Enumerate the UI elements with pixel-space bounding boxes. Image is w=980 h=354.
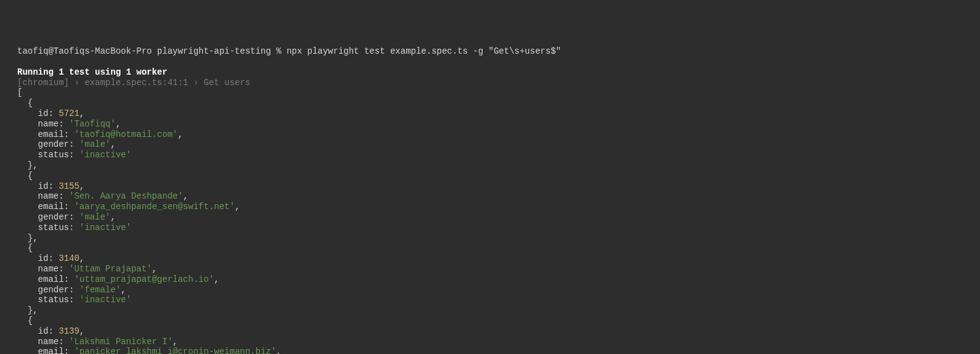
user-object: { id: 5721, name: 'Taofiqq', email: 'tao… [17,98,183,170]
user-object: { id: 3139, name: 'Lakshmi Panicker I', … [17,316,282,354]
prompt-user: taofiq@Taofiqs-MacBook-Pro [17,46,152,56]
user-id: 3155 [59,181,80,191]
user-gender: 'male' [80,212,110,222]
user-status: 'inactive' [80,150,131,160]
user-object: { id: 3155, name: 'Sen. Aarya Deshpande'… [17,171,240,243]
command-text: npx playwright test example.spec.ts -g "… [287,46,561,56]
prompt-line: taofiq@Taofiqs-MacBook-Pro playwright-ap… [17,46,561,56]
array-open: [ [17,88,22,97]
user-name: 'Uttam Prajapat' [69,264,152,274]
user-name: 'Lakshmi Panicker I' [69,337,173,347]
prompt-directory: playwright-api-testing [157,46,271,56]
user-name: 'Taofiqq' [69,119,116,129]
running-header: Running 1 test using 1 worker [17,67,168,77]
user-email: 'taofiq@hotmail.com' [74,130,178,139]
user-email: 'uttam_prajapat@gerlach.io' [74,274,214,284]
spec-line: [chromium] › example.spec.ts:41:1 › Get … [17,78,250,88]
user-id: 3140 [59,253,80,263]
user-status: 'inactive' [80,295,131,305]
prompt-symbol: % [276,46,281,56]
user-email: 'aarya_deshpande_sen@swift.net' [74,202,234,212]
user-email: 'panicker_lakshmi_i@cronin-weimann.biz' [74,347,276,354]
terminal-output[interactable]: taofiq@Taofiqs-MacBook-Pro playwright-ap… [0,46,980,354]
user-gender: 'female' [80,285,121,295]
user-name: 'Sen. Aarya Deshpande' [69,191,183,201]
user-id: 5721 [59,109,80,118]
user-gender: 'male' [80,139,110,149]
user-status: 'inactive' [80,223,131,233]
user-id: 3139 [59,326,80,336]
user-object: { id: 3140, name: 'Uttam Prajapat', emai… [17,243,219,315]
